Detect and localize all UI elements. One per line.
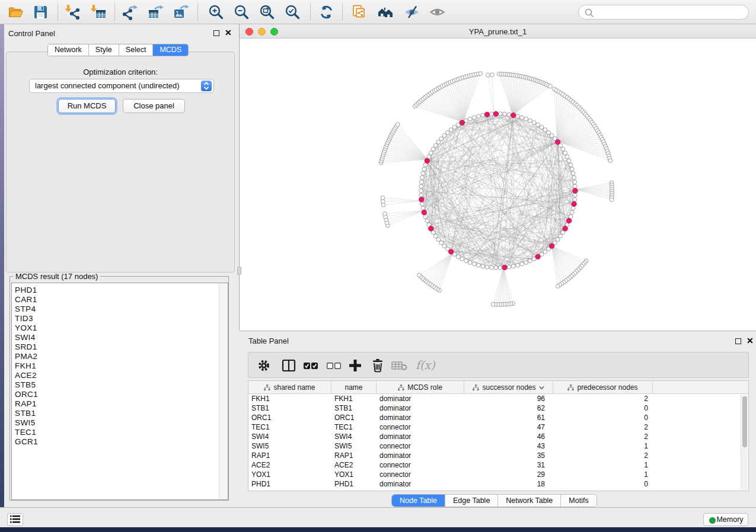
leaf-node[interactable] — [417, 273, 422, 277]
refresh-icon[interactable] — [318, 4, 334, 20]
mcds-node[interactable] — [549, 243, 554, 248]
mcds-node[interactable] — [419, 197, 424, 202]
ring-node[interactable] — [431, 147, 435, 151]
table-row[interactable]: TEC1TEC1connector472 — [248, 422, 748, 432]
mcds-node[interactable] — [493, 111, 498, 116]
mcds-node[interactable] — [573, 188, 578, 193]
table-row[interactable]: RAP1RAP1dominator352 — [248, 451, 748, 460]
ring-node[interactable] — [425, 219, 429, 223]
mcds-result-item[interactable]: SWI4 — [12, 333, 38, 342]
zoom-in-icon[interactable] — [208, 4, 224, 20]
close-table-panel-icon[interactable]: ✕ — [747, 338, 754, 344]
save-icon[interactable] — [33, 4, 49, 20]
ring-node[interactable] — [477, 263, 481, 267]
ring-node[interactable] — [572, 175, 576, 180]
ring-node[interactable] — [442, 244, 446, 248]
mcds-result-item[interactable]: TID3 — [12, 314, 38, 323]
tab-mcds[interactable]: MCDS — [153, 44, 188, 56]
ring-node[interactable] — [420, 175, 425, 180]
mcds-node[interactable] — [511, 113, 516, 117]
task-history-button[interactable] — [7, 513, 23, 526]
deselect-all-icon[interactable] — [326, 358, 342, 375]
ring-node[interactable] — [477, 114, 481, 118]
table-row[interactable]: ORC1ORC1dominator610 — [248, 413, 748, 422]
column-header-shared-name[interactable]: shared name — [248, 381, 331, 394]
ring-node[interactable] — [421, 171, 425, 175]
close-panel-button[interactable]: Close panel — [123, 99, 185, 113]
ring-node[interactable] — [532, 121, 536, 125]
mcds-list-scrollbar[interactable] — [219, 283, 228, 499]
ring-node[interactable] — [573, 180, 577, 184]
select-all-icon[interactable] — [303, 358, 318, 375]
ring-node[interactable] — [573, 184, 577, 188]
ring-node[interactable] — [481, 264, 485, 268]
tab-network[interactable]: Network — [48, 44, 89, 56]
ring-node[interactable] — [571, 171, 575, 175]
panel-splitter[interactable] — [239, 24, 240, 331]
ring-node[interactable] — [485, 265, 489, 269]
panel-splitter-handle[interactable] — [237, 267, 241, 275]
mcds-result-item[interactable]: YOX1 — [12, 323, 38, 333]
open-file-icon[interactable] — [8, 4, 24, 20]
ring-node[interactable] — [457, 255, 461, 259]
ring-node[interactable] — [436, 238, 441, 242]
mcds-node[interactable] — [572, 201, 576, 206]
ring-node[interactable] — [422, 167, 426, 171]
mcds-result-item[interactable]: RAP1 — [12, 399, 38, 409]
ring-node[interactable] — [524, 261, 528, 265]
table-row[interactable]: STB1STB1dominator620 — [248, 403, 748, 413]
import-network-icon[interactable] — [65, 4, 81, 20]
zoom-selected-icon[interactable] — [285, 4, 301, 20]
mcds-node[interactable] — [429, 226, 433, 231]
ring-node[interactable] — [571, 206, 575, 210]
delete-column-icon[interactable] — [371, 358, 385, 375]
ring-node[interactable] — [468, 261, 472, 265]
hide-selected-icon[interactable] — [404, 4, 420, 20]
tab-network-table[interactable]: Network Table — [498, 495, 561, 507]
ring-node[interactable] — [419, 184, 423, 188]
ring-node[interactable] — [421, 206, 425, 210]
column-header-predecessor-nodes[interactable]: predecessor nodes — [553, 381, 653, 394]
ring-node[interactable] — [540, 125, 544, 129]
ring-node[interactable] — [439, 241, 444, 245]
mcds-node[interactable] — [422, 210, 426, 214]
ring-node[interactable] — [490, 265, 494, 270]
duplicate-network-icon[interactable] — [351, 4, 367, 20]
ring-node[interactable] — [567, 159, 571, 163]
ring-node[interactable] — [528, 118, 532, 123]
leaf-node[interactable] — [486, 73, 490, 77]
table-row[interactable]: PHD1PHD1dominator180 — [248, 479, 748, 489]
mcds-result-item[interactable]: GCR1 — [12, 437, 38, 447]
run-mcds-button[interactable]: Run MCDS — [58, 99, 116, 113]
mcds-result-list[interactable]: PHD1CAR1STP4TID3YOX1SWI4SRD1PMA2FKH1ACE2… — [11, 283, 228, 500]
ring-node[interactable] — [468, 117, 472, 121]
table-row[interactable]: SWI5SWI5connector431 — [248, 441, 748, 451]
ring-node[interactable] — [472, 262, 476, 266]
ring-node[interactable] — [464, 259, 468, 263]
ring-node[interactable] — [516, 263, 520, 267]
ring-node[interactable] — [570, 210, 574, 214]
ring-node[interactable] — [573, 197, 577, 201]
tab-motifs[interactable]: Motifs — [561, 495, 596, 507]
leaf-node[interactable] — [491, 302, 495, 306]
ring-node[interactable] — [569, 163, 573, 167]
mcds-node[interactable] — [563, 226, 567, 231]
memory-button[interactable]: Memory — [703, 513, 748, 526]
ring-node[interactable] — [429, 151, 433, 155]
column-header-name[interactable]: name — [331, 381, 377, 394]
ring-node[interactable] — [420, 202, 425, 206]
leaf-node[interactable] — [548, 84, 553, 88]
ring-node[interactable] — [481, 113, 485, 117]
mcds-result-item[interactable]: CAR1 — [12, 295, 38, 305]
ring-node[interactable] — [419, 189, 423, 193]
tab-node-table[interactable]: Node Table — [392, 495, 445, 507]
zoom-out-icon[interactable] — [234, 4, 250, 20]
mcds-result-item[interactable]: STB1 — [12, 409, 38, 418]
mcds-result-item[interactable]: PMA2 — [12, 352, 38, 361]
ring-node[interactable] — [460, 257, 464, 261]
mcds-node[interactable] — [555, 140, 560, 145]
search-input[interactable] — [578, 5, 749, 20]
ring-node[interactable] — [449, 128, 453, 132]
ring-node[interactable] — [511, 264, 515, 268]
ring-node[interactable] — [520, 262, 524, 266]
